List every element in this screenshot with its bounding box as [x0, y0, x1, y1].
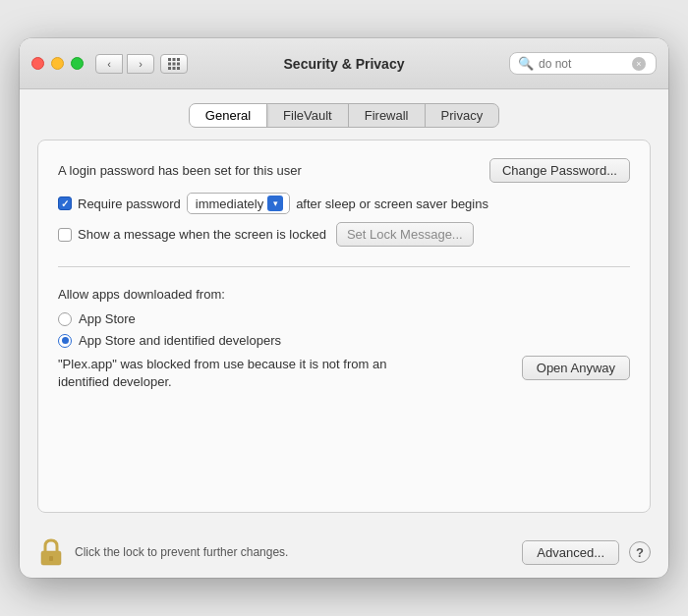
login-password-row: A login password has been set for this u…	[58, 158, 630, 183]
forward-icon: ›	[139, 58, 143, 70]
svg-rect-6	[168, 67, 171, 70]
dropdown-arrow-icon: ▾	[267, 196, 283, 211]
app-store-label: App Store	[79, 311, 136, 326]
search-box[interactable]: 🔍 ×	[509, 52, 657, 75]
help-button[interactable]: ?	[629, 541, 651, 563]
blocked-app-row: "Plex.app" was blocked from use because …	[58, 356, 630, 391]
grid-icon	[167, 57, 181, 71]
tab-privacy[interactable]: Privacy	[426, 104, 499, 127]
immediately-dropdown[interactable]: immediately ▾	[187, 193, 290, 214]
forward-button[interactable]: ›	[127, 54, 154, 74]
show-message-label: Show a message when the screen is locked	[78, 227, 326, 242]
svg-rect-3	[168, 62, 171, 65]
tab-group: General FileVault Firewall Privacy	[189, 103, 499, 128]
search-input[interactable]	[539, 57, 627, 71]
require-password-checkbox[interactable]	[58, 196, 72, 210]
svg-rect-0	[168, 58, 171, 61]
back-button[interactable]: ‹	[95, 54, 123, 74]
lock-text: Click the lock to prevent further change…	[75, 545, 512, 559]
open-anyway-button[interactable]: Open Anyway	[522, 356, 630, 380]
tab-firewall[interactable]: Firewall	[349, 104, 426, 127]
svg-rect-10	[49, 556, 53, 561]
app-store-identified-label: App Store and identified developers	[79, 333, 281, 348]
grid-button[interactable]	[160, 54, 188, 74]
show-message-checkbox[interactable]	[58, 228, 72, 242]
svg-rect-8	[177, 67, 180, 70]
set-lock-message-button[interactable]: Set Lock Message...	[336, 222, 474, 247]
tabs-container: General FileVault Firewall Privacy	[37, 103, 651, 128]
search-icon: 🔍	[518, 56, 534, 71]
after-sleep-text: after sleep or screen saver begins	[296, 196, 488, 211]
require-password-row: Require password immediately ▾ after sle…	[58, 193, 630, 214]
svg-rect-1	[173, 58, 176, 61]
nav-buttons: ‹ ›	[95, 54, 154, 74]
lock-icon[interactable]	[37, 536, 65, 568]
content-area: General FileVault Firewall Privacy A log…	[20, 89, 668, 527]
search-clear-button[interactable]: ×	[632, 57, 646, 71]
login-password-text: A login password has been set for this u…	[58, 163, 302, 178]
close-button[interactable]	[31, 57, 44, 70]
bottom-bar: Click the lock to prevent further change…	[20, 527, 668, 578]
svg-rect-4	[173, 62, 176, 65]
svg-rect-5	[177, 62, 180, 65]
window-title: Security & Privacy	[284, 56, 405, 72]
app-store-identified-radio-row: App Store and identified developers	[58, 333, 630, 348]
app-store-identified-radio[interactable]	[58, 334, 72, 348]
maximize-button[interactable]	[71, 57, 84, 70]
blocked-app-text: "Plex.app" was blocked from use because …	[58, 356, 392, 391]
traffic-lights	[31, 57, 84, 70]
svg-rect-7	[173, 67, 176, 70]
general-panel: A login password has been set for this u…	[37, 140, 651, 513]
immediately-value: immediately	[196, 196, 263, 211]
app-store-radio-row: App Store	[58, 311, 630, 326]
allow-apps-title: Allow apps downloaded from:	[58, 287, 630, 302]
tab-filevault[interactable]: FileVault	[267, 104, 349, 127]
change-password-button[interactable]: Change Password...	[489, 158, 630, 183]
svg-rect-2	[177, 58, 180, 61]
main-window: ‹ › Security & Privacy 🔍 ×	[20, 38, 668, 578]
divider	[58, 266, 630, 267]
chevron-icon: ▾	[273, 198, 278, 208]
app-store-radio[interactable]	[58, 312, 72, 326]
tab-general[interactable]: General	[190, 104, 267, 127]
show-message-row: Show a message when the screen is locked…	[58, 222, 630, 247]
titlebar: ‹ › Security & Privacy 🔍 ×	[20, 38, 668, 89]
back-icon: ‹	[107, 58, 111, 70]
minimize-button[interactable]	[51, 57, 64, 70]
advanced-button[interactable]: Advanced...	[522, 540, 619, 565]
require-password-label: Require password	[78, 196, 181, 211]
